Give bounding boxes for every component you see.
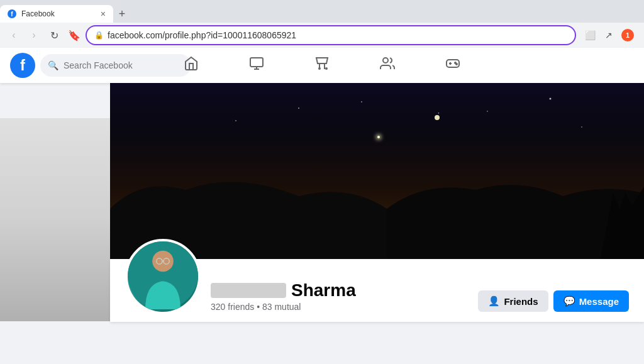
- page-content: Sharma 320 friends • 83 mutual 👤 Friends…: [0, 83, 644, 322]
- svg-point-12: [298, 108, 299, 109]
- cast-button[interactable]: ⬜: [581, 26, 599, 44]
- facebook-navbar: f 🔍: [0, 48, 644, 83]
- cover-photo-container: [110, 83, 644, 259]
- reload-icon: ↻: [50, 30, 58, 41]
- cast-icon: ⬜: [585, 30, 596, 40]
- friends-button-label: Friends: [504, 296, 538, 307]
- marketplace-icon: [314, 56, 330, 75]
- message-button-label: Message: [579, 296, 619, 307]
- friends-icon: [380, 56, 395, 75]
- bookmark-icon: 🔖: [68, 30, 80, 41]
- brave-shield-icon: 1: [621, 29, 634, 41]
- svg-point-8: [456, 63, 457, 65]
- tab-close-button[interactable]: ×: [101, 9, 106, 19]
- back-icon: ‹: [12, 30, 15, 41]
- facebook-logo[interactable]: f: [10, 53, 35, 78]
- svg-point-15: [550, 98, 552, 100]
- lock-icon: 🔒: [94, 31, 104, 40]
- nav-bar: ‹ › ↻ 🔖 🔒 ⬜ ↗ 1: [0, 23, 644, 48]
- profile-avatar-container: [125, 239, 201, 314]
- profile-name-blurred: [211, 283, 286, 298]
- profile-section: Sharma 320 friends • 83 mutual 👤 Friends…: [110, 259, 644, 322]
- profile-info: Sharma 320 friends • 83 mutual: [211, 280, 468, 314]
- browser-chrome: f Facebook × + ‹ › ↻ 🔖 🔒 ⬜: [0, 0, 644, 48]
- svg-point-16: [235, 120, 236, 121]
- new-tab-button[interactable]: +: [113, 5, 131, 23]
- forward-button[interactable]: ›: [25, 26, 43, 44]
- svg-rect-2: [250, 58, 263, 67]
- tab-title: Facebook: [21, 9, 91, 18]
- message-button-icon: 💬: [564, 295, 575, 307]
- profile-avatar: [125, 239, 201, 314]
- gaming-icon: [445, 56, 460, 75]
- svg-point-17: [581, 126, 582, 128]
- brave-shield-button[interactable]: 1: [619, 26, 636, 44]
- cover-photo: [110, 83, 644, 259]
- nav-watch[interactable]: [225, 50, 288, 80]
- nav-friends[interactable]: [356, 50, 419, 80]
- message-button[interactable]: 💬 Message: [553, 290, 629, 312]
- browser-actions: ⬜ ↗ 1: [579, 26, 639, 44]
- tab-favicon: f: [8, 9, 16, 18]
- url-bar[interactable]: 🔒: [86, 25, 576, 45]
- active-tab[interactable]: f Facebook ×: [0, 5, 113, 23]
- cover-photo-svg: [110, 83, 644, 259]
- friends-button-icon: 👤: [488, 295, 500, 307]
- reload-button[interactable]: ↻: [45, 26, 63, 44]
- nav-marketplace[interactable]: [291, 50, 353, 80]
- back-button[interactable]: ‹: [5, 26, 23, 44]
- nav-gaming[interactable]: [421, 50, 484, 80]
- share-button[interactable]: ↗: [600, 26, 618, 44]
- profile-last-name: Sharma: [291, 280, 356, 301]
- svg-point-11: [430, 110, 445, 125]
- svg-point-13: [361, 101, 362, 102]
- profile-friends-count: 320 friends • 83 mutual: [211, 302, 468, 312]
- tab-bar: f Facebook × +: [0, 0, 644, 23]
- forward-icon: ›: [32, 30, 35, 41]
- friends-button[interactable]: 👤 Friends: [478, 290, 548, 312]
- search-icon: 🔍: [48, 60, 58, 70]
- svg-point-5: [383, 58, 388, 63]
- bookmark-button[interactable]: 🔖: [65, 30, 83, 41]
- svg-point-14: [487, 111, 488, 112]
- profile-name-row: Sharma: [211, 280, 468, 301]
- avatar-svg: [128, 241, 198, 312]
- url-input[interactable]: [108, 30, 564, 40]
- nav-home[interactable]: [160, 50, 223, 80]
- left-sidebar-gray: [0, 118, 110, 321]
- avatar-image: [128, 241, 198, 312]
- watch-icon: [249, 56, 264, 75]
- share-icon: ↗: [605, 30, 613, 40]
- home-icon: [184, 56, 199, 75]
- profile-actions: 👤 Friends 💬 Message: [478, 290, 629, 314]
- nav-center: [160, 50, 484, 80]
